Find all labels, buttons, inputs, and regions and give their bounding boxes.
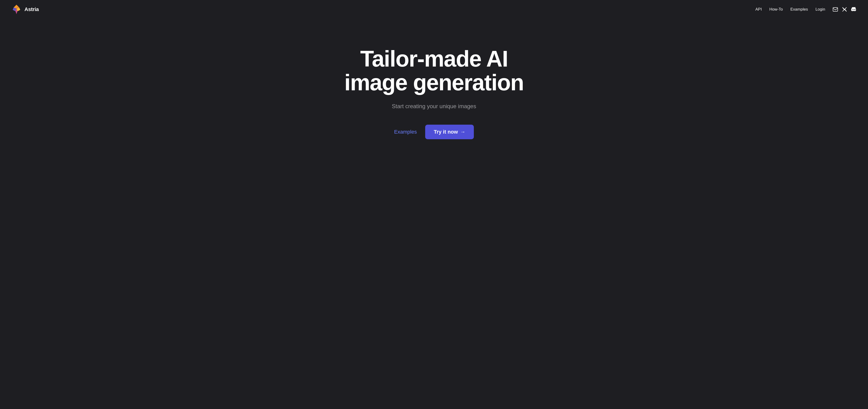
navbar: Astria API How-To Examples Login <box>0 0 868 19</box>
try-it-now-button[interactable]: Try it now → <box>425 125 474 139</box>
logo-icon <box>11 4 22 14</box>
twitter-icon[interactable] <box>842 7 847 12</box>
logo-link[interactable]: Astria <box>11 4 39 14</box>
nav-social-icons <box>833 7 857 12</box>
email-icon[interactable] <box>833 7 838 11</box>
brand-name: Astria <box>25 6 39 12</box>
try-it-now-label: Try it now <box>434 129 458 135</box>
nav-howto[interactable]: How-To <box>769 7 783 12</box>
hero-title: Tailor-made AI image generation <box>328 47 540 94</box>
nav-links: API How-To Examples Login <box>755 7 857 12</box>
discord-icon[interactable] <box>851 7 857 12</box>
nav-examples[interactable]: Examples <box>790 7 808 12</box>
nav-login[interactable]: Login <box>815 7 825 12</box>
nav-api[interactable]: API <box>755 7 762 12</box>
hero-subtitle: Start creating your unique images <box>392 103 476 110</box>
hero-actions: Examples Try it now → <box>394 125 474 139</box>
examples-button[interactable]: Examples <box>394 129 417 135</box>
arrow-icon: → <box>460 129 465 135</box>
hero-section: Tailor-made AI image generation Start cr… <box>0 19 868 158</box>
svg-rect-4 <box>833 7 838 11</box>
